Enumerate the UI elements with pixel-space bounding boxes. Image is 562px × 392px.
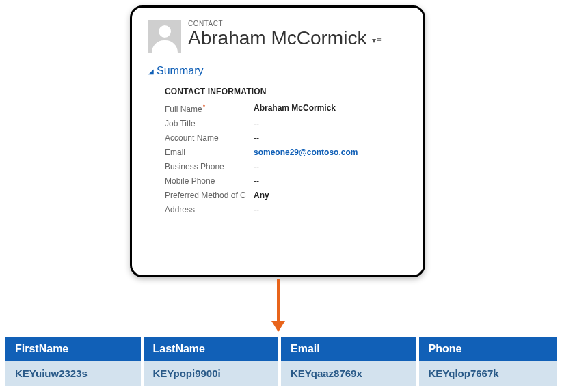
th-email: Email	[281, 337, 419, 361]
contact-name: Abraham McCormick	[188, 27, 366, 49]
record-type-label: CONTACT	[188, 20, 407, 27]
value-full-name[interactable]: Abraham McCormick	[254, 103, 407, 114]
section-title: CONTACT INFORMATION	[165, 87, 407, 96]
td-email: KEYqaaz8769x	[281, 361, 419, 386]
label-business-phone: Business Phone	[165, 162, 254, 171]
td-phone: KEYqlop7667k	[419, 361, 557, 386]
label-mobile-phone: Mobile Phone	[165, 176, 254, 186]
contact-header: CONTACT Abraham McCormick ▾≡	[148, 20, 407, 53]
summary-label: Summary	[157, 65, 203, 77]
view-selector-icon[interactable]: ▾≡	[372, 31, 381, 45]
label-job-title: Job Title	[165, 119, 254, 128]
label-preferred-method: Preferred Method of C	[165, 191, 254, 200]
caret-icon: ◢	[148, 68, 154, 75]
contact-fields: Full Name* Abraham McCormick Job Title -…	[165, 103, 407, 214]
data-table: FirstName LastName Email Phone KEYuiuw23…	[5, 337, 557, 386]
label-address: Address	[165, 205, 254, 214]
value-address[interactable]: --	[254, 205, 407, 214]
th-lastname: LastName	[144, 337, 282, 361]
value-job-title[interactable]: --	[254, 119, 407, 128]
title-block: CONTACT Abraham McCormick ▾≡	[188, 20, 407, 49]
value-preferred-method[interactable]: Any	[254, 191, 407, 200]
value-email[interactable]: someone29@contoso.com	[254, 148, 407, 157]
td-lastname: KEYpopi9900i	[144, 361, 282, 386]
value-mobile-phone[interactable]: --	[254, 176, 407, 186]
arrow-down-icon	[277, 279, 280, 322]
label-account-name: Account Name	[165, 133, 254, 143]
avatar-icon	[148, 20, 181, 53]
record-name-row: Abraham McCormick ▾≡	[188, 27, 407, 49]
value-business-phone[interactable]: --	[254, 162, 407, 171]
th-phone: Phone	[419, 337, 557, 361]
label-full-name: Full Name*	[165, 103, 254, 114]
td-firstname: KEYuiuw2323s	[5, 361, 144, 386]
contact-card: CONTACT Abraham McCormick ▾≡ ◢ Summary C…	[130, 5, 425, 277]
value-account-name[interactable]: --	[254, 133, 407, 143]
label-email: Email	[165, 148, 254, 157]
th-firstname: FirstName	[5, 337, 144, 361]
summary-toggle[interactable]: ◢ Summary	[148, 65, 407, 77]
